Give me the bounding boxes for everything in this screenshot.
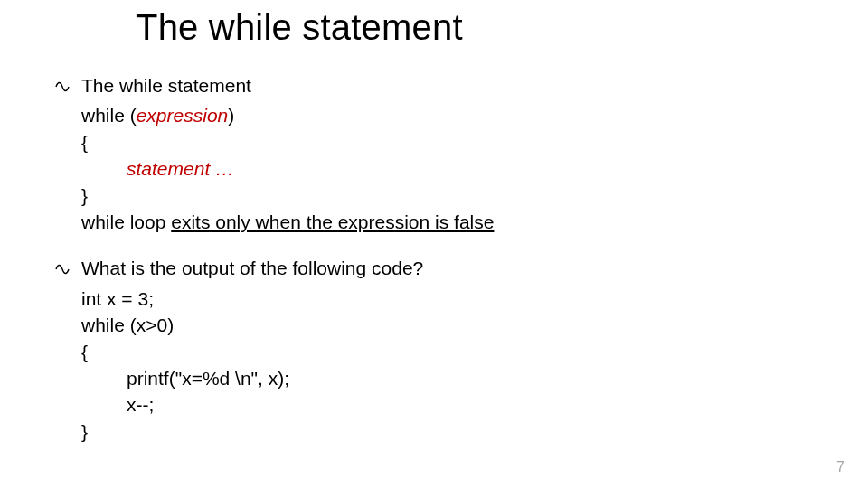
syntax-while-line: while (expression) (54, 102, 814, 128)
code-line: x--; (54, 391, 814, 418)
spacer (54, 235, 814, 255)
code-line: } (54, 418, 814, 445)
statement-text: statement … (127, 158, 234, 179)
code-line: while (x>0) (54, 312, 814, 338)
slide-body: The while statement while (expression) {… (54, 72, 814, 445)
bullet-marker-icon (54, 74, 71, 99)
while-keyword: while ( (81, 105, 137, 126)
bullet-item: The while statement (54, 72, 814, 99)
page-number: 7 (836, 459, 844, 475)
expression-placeholder: expression (137, 105, 229, 126)
exit-underlined: exits only when the expression is false (171, 211, 494, 232)
exit-prefix: while loop (81, 211, 171, 232)
bullet-item: What is the output of the following code… (54, 255, 814, 281)
exit-condition-line: while loop exits only when the expressio… (54, 209, 814, 235)
code-line: { (54, 339, 814, 365)
bullet-text: What is the output of the following code… (81, 258, 423, 278)
bullet-text: The while statement (81, 75, 251, 96)
bullet-marker-icon (54, 257, 71, 282)
statement-placeholder: statement … (54, 155, 814, 182)
while-close-paren: ) (228, 105, 234, 126)
code-line: printf("x=%d \n", x); (54, 365, 814, 391)
brace-close: } (54, 183, 814, 209)
slide: The while statement The while statement … (0, 0, 868, 488)
code-line: int x = 3; (54, 286, 814, 312)
page-title: The while statement (136, 7, 463, 48)
brace-open: { (54, 129, 814, 155)
